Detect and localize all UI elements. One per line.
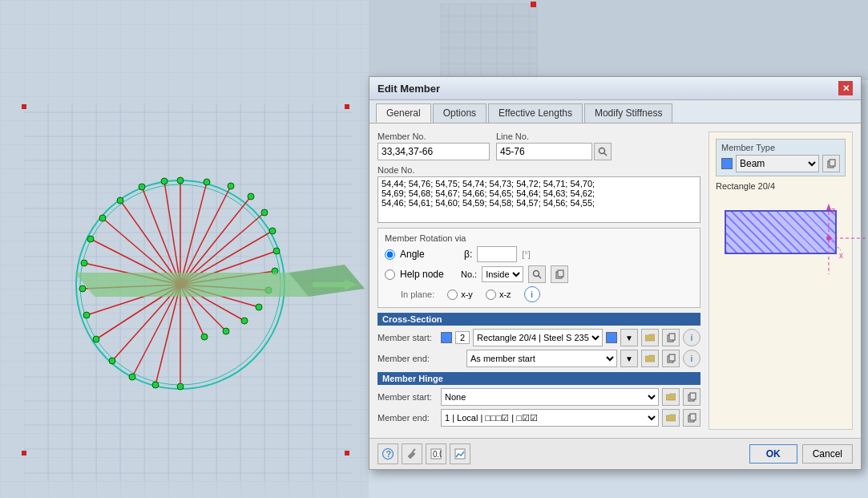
cs-member-start-row: Member start: 2 Rectangle 20/4 | Steel S… [377,329,700,346]
angle-label: Angle [400,249,456,260]
svg-text:z: z [831,206,835,215]
cs-start-folder-btn[interactable] [641,329,659,346]
angle-radio[interactable] [385,249,395,260]
svg-text:?: ? [386,449,392,459]
svg-point-100 [139,184,145,190]
cs-num-badge: 2 [455,331,470,344]
line-no-pick-button[interactable] [594,143,612,160]
help-button[interactable]: ? [377,443,398,464]
inside-select[interactable]: Inside [482,266,523,282]
member-type-copy-btn[interactable] [822,155,840,172]
member-type-section: Member Type Beam [716,139,846,176]
cs-start-label: Member start: [377,333,438,342]
info-button[interactable]: i [524,286,540,302]
member-line-row: Member No. Line No. [377,132,700,160]
cs-start-arrow-btn[interactable]: ▼ [620,329,638,346]
cs-end-info-btn[interactable]: i [683,350,700,367]
svg-point-76 [177,177,184,184]
tab-options[interactable]: Options [433,103,486,123]
dialog-titlebar: Edit Member ✕ [369,77,861,100]
svg-point-80 [261,209,268,216]
helpnode-pick-button[interactable] [528,265,546,283]
svg-rect-32 [22,104,26,109]
node-no-textarea[interactable]: 54,44; 54,76; 54,75; 54,74; 54,73; 54,72… [377,176,700,223]
tab-general[interactable]: General [376,103,431,123]
svg-rect-35 [345,451,349,455]
hinge-end-select[interactable]: 1 | Local | □□□☑ | □☑☑ [441,409,659,427]
node-no-label: Node No. [377,165,700,175]
beta-input[interactable] [477,246,517,262]
beta-label: β: [464,249,472,260]
hinge-end-copy-btn[interactable] [683,409,700,427]
xy-label: x-y [461,289,473,299]
zero-button[interactable]: 0.00 [426,443,446,464]
cs-preview-type-label: Rectangle 20/4 [716,181,846,191]
svg-marker-103 [75,273,309,297]
cs-end-copy-btn[interactable] [662,350,680,367]
cs-end-select[interactable]: As member start [466,350,617,367]
svg-point-90 [152,382,159,388]
member-rotation-section: Member Rotation via Angle β: [°] Help no… [377,228,700,308]
svg-point-93 [93,336,99,342]
xy-option: x-y [447,289,473,300]
svg-point-91 [129,374,135,380]
inplane-row: In plane: x-y x-z i [401,286,693,302]
cs-start-select[interactable]: Rectangle 20/4 | Steel S 235 [473,329,603,346]
member-no-input[interactable] [377,143,490,160]
dialog-left-panel: Member No. Line No. Node No. 54,44; 54 [377,132,700,430]
cancel-button[interactable]: Cancel [802,444,853,464]
svg-rect-113 [669,334,675,340]
xy-radio[interactable] [447,289,458,300]
cs-end-folder-btn[interactable] [641,350,659,367]
cs-start-copy-btn[interactable] [662,329,680,346]
svg-text:x: x [839,251,843,260]
graph-button[interactable] [450,443,470,464]
member-type-select[interactable]: Beam [736,155,819,172]
svg-rect-111 [558,270,563,277]
helpnode-copy-button[interactable] [551,265,568,283]
cs-preview-container: z y x [725,210,837,254]
hinge-start-copy-btn[interactable] [683,388,700,406]
svg-point-82 [273,248,280,254]
svg-point-87 [223,328,229,334]
svg-point-89 [177,383,184,390]
hinge-start-select[interactable]: None [441,388,659,406]
cs-end-arrow-btn[interactable]: ▼ [620,350,638,367]
axis-svg: z y x [817,202,868,282]
member-no-label: Member No. [377,132,490,141]
dialog-close-button[interactable]: ✕ [838,81,853,95]
svg-rect-47 [531,2,536,7]
tab-modify-stiffness[interactable]: Modify Stiffness [584,103,672,123]
hinge-start-folder-btn[interactable] [662,388,680,406]
ok-button[interactable]: OK [749,444,797,464]
svg-point-95 [79,285,86,292]
degree-label: [°] [522,249,531,259]
svg-rect-121 [830,160,835,166]
cs-member-end-row: Member end: As member start ▼ i [377,350,700,367]
rotation-label: Member Rotation via [385,233,693,243]
member-type-color [721,158,733,169]
helpnode-radio[interactable] [385,269,395,280]
hinge-end-folder-btn[interactable] [662,409,680,427]
xz-option: x-z [486,289,511,300]
cs-end-label: Member end: [377,354,438,363]
xz-radio[interactable] [486,289,496,300]
dialog-footer: ? 0.00 OK Cancel [369,438,861,469]
svg-point-98 [99,215,106,221]
svg-point-97 [87,236,94,242]
svg-point-88 [201,334,208,340]
svg-rect-117 [690,393,696,399]
member-type-label: Member Type [721,143,840,152]
member-hinge-divider: Member Hinge [377,372,700,385]
tab-effective-lengths[interactable]: Effective Lengths [488,103,583,123]
hinge-start-label: Member start: [377,392,438,402]
svg-rect-136 [455,449,465,459]
helpnode-label: Help node [400,269,456,280]
edit-button[interactable] [402,443,422,464]
svg-line-129 [829,238,841,250]
cs-start-info-btn[interactable]: i [683,329,700,346]
svg-line-133 [413,449,415,451]
line-no-group: Line No. [496,132,612,160]
xz-label: x-z [499,289,511,299]
line-no-input[interactable] [496,143,592,160]
